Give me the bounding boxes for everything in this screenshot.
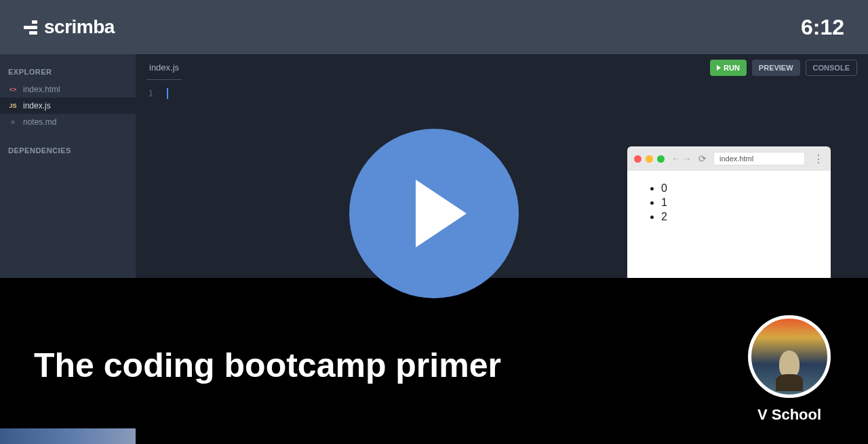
file-name: index.html — [23, 85, 60, 94]
code-editor[interactable]: 1 — [136, 81, 868, 106]
scrimba-logo-icon — [24, 20, 37, 35]
console-button[interactable]: CONSOLE — [806, 60, 857, 76]
js-file-icon: JS — [8, 101, 18, 110]
play-video-button[interactable] — [349, 129, 519, 298]
file-name: notes.md — [23, 117, 56, 127]
md-file-icon: ≡ — [8, 117, 18, 127]
list-item: 0 — [661, 182, 810, 196]
action-buttons: RUN PREVIEW CONSOLE — [710, 60, 857, 76]
back-arrow-icon[interactable]: ← — [671, 153, 681, 164]
author-section: V School — [748, 315, 831, 424]
line-number: 1 — [146, 88, 167, 99]
close-window-icon[interactable] — [634, 155, 642, 163]
course-info-section: The coding bootcamp primer — [0, 278, 868, 444]
more-options-icon[interactable]: ⋮ — [813, 153, 824, 165]
editor-tab-bar: index.js RUN PREVIEW CONSOLE — [136, 54, 868, 81]
file-sidebar: EXPLORER <> index.html JS index.js ≡ not… — [0, 54, 136, 278]
editor-cursor — [167, 88, 168, 99]
author-name: V School — [757, 406, 821, 424]
file-item-index-html[interactable]: <> index.html — [0, 81, 136, 98]
brand-logo[interactable]: scrimba — [24, 16, 115, 38]
list-item: 2 — [661, 210, 810, 224]
editor-tab[interactable]: index.js — [146, 56, 182, 80]
list-item: 1 — [661, 196, 810, 210]
forward-arrow-icon[interactable]: → — [682, 153, 692, 164]
header: scrimba 6:12 — [0, 0, 868, 54]
maximize-window-icon[interactable] — [657, 155, 665, 163]
author-avatar[interactable] — [748, 315, 831, 398]
course-title: The coding bootcamp primer — [34, 346, 834, 385]
url-bar[interactable]: index.html — [713, 152, 805, 165]
preview-button[interactable]: PREVIEW — [752, 60, 800, 76]
refresh-icon[interactable]: ⟳ — [698, 153, 707, 164]
play-icon — [717, 65, 721, 70]
dependencies-heading: DEPENDENCIES — [0, 141, 136, 160]
video-duration: 6:12 — [801, 15, 844, 40]
brand-name: scrimba — [44, 16, 115, 38]
file-name: index.js — [23, 101, 51, 110]
thumbnail-strip — [0, 428, 136, 444]
minimize-window-icon[interactable] — [646, 155, 653, 163]
preview-content: 0 1 2 — [627, 171, 831, 278]
output-list: 0 1 2 — [648, 182, 810, 224]
file-item-notes-md[interactable]: ≡ notes.md — [0, 114, 136, 130]
html-file-icon: <> — [8, 85, 18, 94]
play-icon — [416, 180, 467, 247]
browser-toolbar: ← → ⟳ index.html ⋮ — [627, 146, 831, 171]
run-button[interactable]: RUN — [710, 60, 747, 76]
file-item-index-js[interactable]: JS index.js — [0, 98, 136, 114]
explorer-heading: EXPLORER — [0, 62, 136, 81]
